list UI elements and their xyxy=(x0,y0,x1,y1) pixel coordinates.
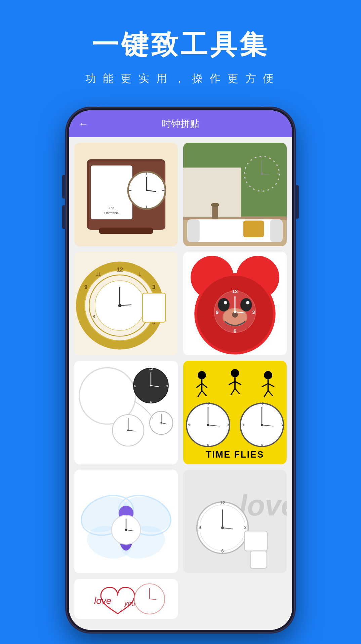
svg-rect-49 xyxy=(143,293,165,322)
svg-point-89 xyxy=(198,371,206,380)
sub-title: 功 能 更 实 用 ， 操 作 更 方 便 xyxy=(0,71,361,86)
svg-rect-14 xyxy=(99,228,153,234)
svg-text:8: 8 xyxy=(92,314,95,319)
clock-item-5[interactable]: 12 3 6 9 xyxy=(74,361,178,464)
clock-item-6[interactable]: 12 3 6 9 12 3 6 9 xyxy=(183,361,287,464)
svg-rect-28 xyxy=(187,219,200,242)
svg-text:you: you xyxy=(124,600,135,607)
svg-text:12: 12 xyxy=(149,367,153,370)
svg-text:12: 12 xyxy=(260,402,264,406)
svg-text:11: 11 xyxy=(96,272,101,277)
app-bar: ← 时钟拼贴 xyxy=(69,110,292,137)
app-bar-title: 时钟拼贴 xyxy=(162,117,199,130)
svg-rect-18 xyxy=(183,168,241,217)
svg-rect-31 xyxy=(212,205,218,219)
svg-text:9: 9 xyxy=(199,525,201,530)
clock-item-7[interactable] xyxy=(74,470,178,573)
svg-text:3: 3 xyxy=(227,423,229,427)
svg-point-147 xyxy=(221,526,224,529)
svg-text:6: 6 xyxy=(261,443,263,447)
svg-text:6: 6 xyxy=(234,328,236,334)
clock-item-4[interactable]: 12 3 6 9 xyxy=(183,252,287,355)
svg-text:9: 9 xyxy=(242,423,244,427)
content-area: The Harmonie xyxy=(69,137,292,630)
svg-text:love: love xyxy=(94,596,111,606)
svg-text:The: The xyxy=(109,206,114,210)
clock-item-8[interactable]: love 12 3 6 9 xyxy=(183,470,287,573)
svg-text:6: 6 xyxy=(207,443,209,447)
svg-point-48 xyxy=(118,304,122,307)
svg-text:3: 3 xyxy=(244,525,247,530)
svg-text:6: 6 xyxy=(221,548,224,553)
svg-text:9: 9 xyxy=(84,284,88,290)
svg-text:3: 3 xyxy=(281,423,283,427)
svg-rect-148 xyxy=(244,531,267,551)
clock-item-9[interactable]: love you xyxy=(74,579,178,619)
vol-up-button xyxy=(62,175,65,199)
svg-point-69 xyxy=(234,311,236,313)
svg-point-101 xyxy=(264,371,272,380)
vol-down-button xyxy=(62,205,65,229)
phone-screen: ← 时钟拼贴 xyxy=(69,110,292,630)
svg-point-95 xyxy=(231,369,239,378)
svg-text:Harmonie: Harmonie xyxy=(105,211,119,215)
svg-text:12: 12 xyxy=(232,289,238,294)
svg-text:3: 3 xyxy=(152,284,156,290)
svg-rect-30 xyxy=(243,221,264,237)
svg-point-32 xyxy=(211,203,219,207)
svg-text:3: 3 xyxy=(252,310,255,315)
svg-text:12: 12 xyxy=(117,266,123,273)
clock-item-3[interactable]: 12 3 6 9 11 1 8 5 xyxy=(74,252,178,355)
svg-rect-29 xyxy=(270,219,283,242)
svg-text:6: 6 xyxy=(150,400,152,404)
svg-rect-27 xyxy=(187,219,282,242)
back-button[interactable]: ← xyxy=(78,118,88,130)
svg-text:TIME FLIES: TIME FLIES xyxy=(206,449,264,460)
svg-text:9: 9 xyxy=(134,384,136,388)
phone-mockup: ← 时钟拼贴 xyxy=(66,108,295,633)
phone-outer: ← 时钟拼贴 xyxy=(66,108,295,633)
svg-rect-149 xyxy=(250,551,267,568)
main-title: 一键致工具集 xyxy=(0,27,361,63)
clock-grid: The Harmonie xyxy=(74,143,287,619)
clock-item-2[interactable] xyxy=(183,143,287,246)
svg-text:3: 3 xyxy=(166,384,168,388)
svg-text:12: 12 xyxy=(220,500,225,505)
svg-text:9: 9 xyxy=(216,310,218,315)
top-section: 一键致工具集 功 能 更 实 用 ， 操 作 更 方 便 xyxy=(0,0,361,100)
clock-item-1[interactable]: The Harmonie xyxy=(74,143,178,246)
power-button xyxy=(296,185,299,219)
svg-text:1: 1 xyxy=(138,272,141,277)
svg-text:12: 12 xyxy=(206,402,210,406)
svg-text:9: 9 xyxy=(188,423,190,427)
